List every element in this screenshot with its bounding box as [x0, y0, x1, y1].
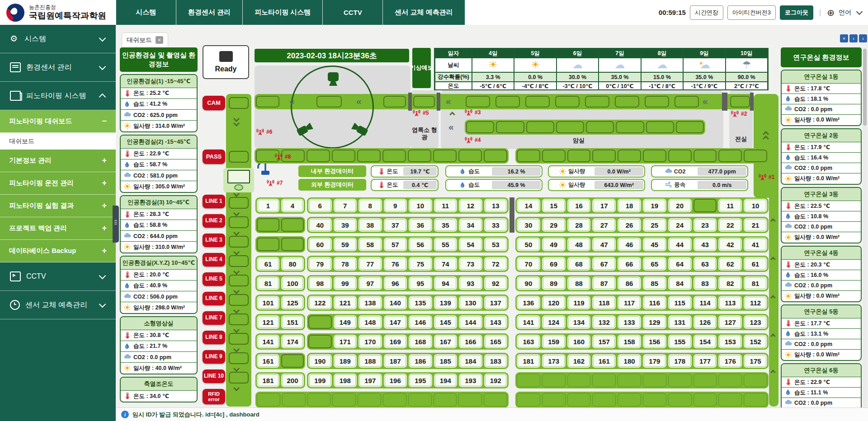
sidebar-item-10[interactable]: CCTV	[0, 262, 116, 291]
line-button-line-2[interactable]: LINE 2	[203, 214, 225, 228]
pot-cell[interactable]: 127	[718, 315, 742, 329]
pot-cell[interactable]: 57	[384, 238, 407, 251]
pot-cell[interactable]: 143	[484, 315, 508, 329]
pot-cell[interactable]: 19	[643, 199, 666, 212]
extend-time-button[interactable]: 시간연장	[690, 5, 723, 20]
line-button-line-7[interactable]: LINE 7	[203, 311, 225, 325]
line-button-line-8[interactable]: LINE 8	[203, 331, 225, 344]
pot-cell[interactable]: 158	[618, 335, 641, 348]
pot-cell[interactable]: 115	[668, 296, 692, 309]
pot-cell[interactable]: 68	[567, 257, 591, 271]
pot-cell[interactable]: 74	[434, 257, 458, 271]
pot-cell[interactable]: 45	[643, 238, 666, 251]
pot-cell[interactable]: 37	[384, 218, 407, 232]
chevron-down-icon[interactable]	[856, 9, 863, 15]
pot-cell[interactable]: 199	[308, 374, 332, 387]
line-button-cam[interactable]: CAM	[203, 96, 225, 110]
pot-cell[interactable]: 176	[718, 354, 742, 368]
pot-cell[interactable]: 7	[334, 199, 357, 212]
pot-cell[interactable]: 134	[567, 315, 591, 329]
sidebar-subitem-6[interactable]: 피노타이핑 운전 관리+	[0, 172, 116, 195]
pot-cell[interactable]: 189	[334, 354, 357, 368]
pot-cell[interactable]: 77	[359, 257, 382, 271]
pot-cell[interactable]: 136	[517, 296, 540, 309]
pot-cell[interactable]: 192	[484, 374, 508, 387]
pot-cell[interactable]: 78	[334, 257, 357, 271]
pot-cell[interactable]: 181	[517, 354, 540, 368]
pot-cell[interactable]: 171	[334, 335, 357, 348]
pot-cell[interactable]: 174	[281, 335, 304, 348]
pot-cell[interactable]: 179	[643, 354, 666, 368]
pot-cell[interactable]: 11	[434, 199, 458, 212]
sidebar-subitem-3[interactable]: 피노타이핑 대쉬보드−	[0, 110, 116, 133]
pot-cell[interactable]: 29	[542, 218, 566, 232]
pot-cell[interactable]: 4	[281, 199, 304, 212]
pot-cell[interactable]: 20	[668, 199, 692, 212]
pot-cell[interactable]: 162	[567, 354, 591, 368]
pot-cell[interactable]: 96	[384, 276, 407, 290]
pot-cell[interactable]: 22	[718, 218, 742, 232]
sidebar-subitem-5[interactable]: 기본정보 관리+	[0, 150, 116, 172]
pot-cell[interactable]: 26	[618, 218, 641, 232]
pot-cell[interactable]: 112	[744, 296, 767, 309]
pot-cell[interactable]: 75	[409, 257, 432, 271]
pot-cell[interactable]: 47	[592, 238, 616, 251]
pot-cell[interactable]: 132	[592, 315, 616, 329]
account-button[interactable]: 아이티컨버전3	[727, 5, 776, 20]
pot-cell[interactable]: 193	[459, 374, 482, 387]
pot-cell[interactable]: 18	[618, 199, 641, 212]
pot-cell[interactable]: 84	[668, 276, 692, 290]
line-button-line-10[interactable]: LINE 10	[203, 370, 225, 383]
pot-cell[interactable]: 141	[257, 335, 279, 348]
pot-cell[interactable]: 61	[257, 257, 279, 271]
pot-cell[interactable]: 197	[359, 374, 382, 387]
pot-cell[interactable]: 200	[281, 374, 304, 387]
pot-cell[interactable]: 23	[693, 218, 717, 232]
pot-cell[interactable]: 144	[459, 315, 482, 329]
pot-cell[interactable]: 183	[484, 354, 508, 368]
line-button-line-4[interactable]: LINE 4	[203, 253, 225, 267]
pot-cell[interactable]: 177	[693, 354, 717, 368]
pot-cell[interactable]: 14	[517, 199, 540, 212]
pot-cell[interactable]: 94	[434, 276, 458, 290]
pot-cell[interactable]: 194	[434, 374, 458, 387]
pot-cell[interactable]: 178	[668, 354, 692, 368]
pot-cell[interactable]: 116	[643, 296, 666, 309]
sidebar-collapse-handle[interactable]	[113, 206, 119, 243]
pot-cell[interactable]: 166	[459, 335, 482, 348]
nav-item-2[interactable]: 환경센서 관리	[176, 0, 243, 25]
pot-cell[interactable]: 86	[618, 276, 641, 290]
pot-cell[interactable]: 170	[359, 335, 382, 348]
pot-cell[interactable]: 138	[359, 296, 382, 309]
pot-cell[interactable]: 81	[744, 276, 767, 290]
pot-cell[interactable]: 8	[359, 199, 382, 212]
pot-cell[interactable]: 159	[542, 335, 566, 348]
pot-cell[interactable]: 63	[693, 257, 717, 271]
pot-cell[interactable]: 117	[618, 296, 641, 309]
pot-cell[interactable]: 168	[409, 335, 432, 348]
pot-cell[interactable]: 42	[718, 238, 742, 251]
pot-cell[interactable]: 154	[693, 335, 717, 348]
pot-cell[interactable]: 81	[257, 276, 279, 290]
pot-cell[interactable]: 11	[718, 199, 742, 212]
pot-cell[interactable]: 184	[459, 354, 482, 368]
close-all-icon[interactable]: ×	[840, 34, 848, 42]
pot-cell[interactable]: 173	[542, 354, 566, 368]
pot-cell[interactable]: 69	[542, 257, 566, 271]
pot-cell[interactable]: 163	[517, 335, 540, 348]
pot-cell[interactable]: 125	[281, 296, 304, 309]
pot-cell[interactable]: 12	[459, 199, 482, 212]
pot-cell[interactable]: 161	[592, 354, 616, 368]
pot-cell[interactable]: 24	[668, 218, 692, 232]
pot-cell[interactable]: 186	[409, 354, 432, 368]
next-tab-icon[interactable]: ›	[859, 34, 867, 42]
pot-cell[interactable]: 30	[517, 218, 540, 232]
pot-cell[interactable]: 156	[643, 335, 666, 348]
pot-cell[interactable]: 121	[334, 296, 357, 309]
nav-item-4[interactable]: CCTV	[323, 0, 383, 25]
pot-cell[interactable]: 165	[484, 335, 508, 348]
pot-cell[interactable]: 1	[257, 199, 279, 212]
line-button-line-3[interactable]: LINE 3	[203, 234, 225, 247]
pot-cell[interactable]: 64	[668, 257, 692, 271]
pot-cell[interactable]: 27	[592, 218, 616, 232]
